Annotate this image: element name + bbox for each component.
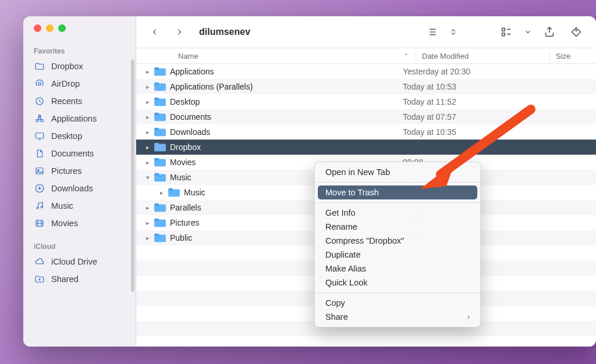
context-menu: Open in New TabMove to TrashGet InfoRena… bbox=[314, 162, 481, 327]
menu-item[interactable]: Quick Look bbox=[315, 276, 480, 290]
sidebar-item-icloud-drive[interactable]: iCloud Drive bbox=[23, 253, 136, 270]
disclosure-triangle[interactable] bbox=[142, 159, 154, 166]
sidebar-item-label: Pictures bbox=[51, 166, 81, 176]
finder-window: Favorites Dropbox AirDrop Recents Applic… bbox=[23, 16, 596, 347]
menu-item[interactable]: Make Alias bbox=[315, 262, 480, 276]
disclosure-triangle[interactable] bbox=[142, 83, 154, 91]
svg-rect-10 bbox=[502, 28, 505, 31]
file-name: Applications (Parallels) bbox=[170, 82, 253, 91]
toolbar: dilumsenev bbox=[136, 16, 596, 48]
document-icon bbox=[34, 148, 45, 159]
group-by-button[interactable] bbox=[497, 24, 516, 40]
desktop-icon bbox=[34, 130, 45, 142]
pictures-icon bbox=[34, 165, 45, 177]
menu-item[interactable]: Get Info bbox=[315, 206, 480, 220]
fullscreen-window-button[interactable] bbox=[58, 24, 66, 32]
disclosure-triangle[interactable] bbox=[142, 219, 154, 227]
close-window-button[interactable] bbox=[34, 24, 41, 32]
sidebar-item-label: Documents bbox=[51, 149, 94, 158]
sidebar-item-downloads[interactable]: Downloads bbox=[23, 180, 136, 197]
menu-item[interactable]: Rename bbox=[315, 220, 480, 234]
sidebar-item-airdrop[interactable]: AirDrop bbox=[23, 75, 136, 92]
svg-point-9 bbox=[39, 279, 40, 280]
file-row[interactable]: DownloadsToday at 10:35 bbox=[136, 124, 596, 140]
menu-item[interactable]: Compress "Dropbox" bbox=[315, 234, 480, 248]
minimize-window-button[interactable] bbox=[46, 24, 54, 32]
disclosure-triangle[interactable] bbox=[142, 113, 154, 121]
disclosure-triangle[interactable] bbox=[142, 204, 154, 212]
sidebar: Favorites Dropbox AirDrop Recents Applic… bbox=[23, 16, 136, 347]
sidebar-section-icloud: iCloud bbox=[23, 239, 136, 253]
file-row[interactable]: Dropbox bbox=[136, 140, 596, 155]
menu-item-label: Duplicate bbox=[325, 250, 360, 259]
menu-item[interactable]: Copy bbox=[315, 296, 480, 310]
svg-rect-14 bbox=[154, 67, 159, 70]
sidebar-item-documents[interactable]: Documents bbox=[23, 145, 136, 162]
music-icon bbox=[34, 200, 45, 212]
file-name: Desktop bbox=[170, 97, 200, 106]
file-name: Pictures bbox=[170, 218, 200, 227]
movies-icon bbox=[34, 217, 45, 229]
airdrop-icon bbox=[34, 78, 45, 90]
menu-item[interactable]: Move to Trash bbox=[318, 185, 477, 199]
svg-rect-24 bbox=[154, 143, 159, 146]
disclosure-triangle[interactable] bbox=[156, 189, 168, 197]
svg-rect-2 bbox=[36, 133, 44, 138]
disclosure-triangle[interactable] bbox=[142, 234, 154, 242]
sidebar-item-applications[interactable]: Applications bbox=[23, 110, 136, 127]
column-header-size[interactable]: Size bbox=[549, 52, 596, 60]
menu-item[interactable]: Share› bbox=[315, 310, 480, 324]
file-row[interactable]: Applications (Parallels)Today at 10:53 bbox=[136, 79, 596, 94]
file-name: Dropbox bbox=[170, 142, 201, 152]
file-row[interactable]: ApplicationsYesterday at 20:30 bbox=[136, 64, 596, 79]
file-row[interactable]: DesktopToday at 11:52 bbox=[136, 94, 596, 109]
menu-item-label: Open in New Tab bbox=[325, 167, 390, 177]
file-name: Music bbox=[170, 173, 191, 182]
sidebar-item-desktop[interactable]: Desktop bbox=[23, 127, 136, 145]
svg-point-0 bbox=[38, 83, 41, 85]
sidebar-item-label: Downloads bbox=[51, 184, 93, 193]
forward-button[interactable] bbox=[171, 24, 187, 40]
file-row[interactable]: DocumentsToday at 07:57 bbox=[136, 109, 596, 124]
sidebar-item-label: Recents bbox=[51, 97, 82, 106]
sidebar-scrollbar[interactable] bbox=[131, 59, 134, 292]
disclosure-triangle[interactable] bbox=[142, 98, 154, 106]
share-button[interactable] bbox=[540, 24, 559, 40]
disclosure-triangle[interactable] bbox=[142, 129, 154, 136]
svg-rect-16 bbox=[154, 83, 159, 85]
sidebar-item-movies[interactable]: Movies bbox=[23, 215, 136, 232]
disclosure-triangle[interactable] bbox=[142, 144, 154, 151]
file-date: Today at 10:53 bbox=[397, 82, 534, 91]
sidebar-item-music[interactable]: Music bbox=[23, 197, 136, 215]
svg-rect-32 bbox=[154, 204, 159, 206]
sidebar-item-label: Shared bbox=[51, 274, 79, 284]
sidebar-item-label: AirDrop bbox=[51, 79, 80, 88]
disclosure-triangle[interactable] bbox=[142, 174, 154, 181]
sidebar-item-dropbox[interactable]: Dropbox bbox=[23, 58, 136, 75]
column-header-name[interactable]: Name ⌃ bbox=[178, 52, 416, 60]
view-list-button[interactable] bbox=[423, 24, 441, 40]
svg-rect-11 bbox=[502, 33, 505, 35]
svg-rect-3 bbox=[36, 168, 43, 174]
back-button[interactable] bbox=[147, 24, 163, 40]
menu-item-label: Move to Trash bbox=[325, 188, 379, 197]
chevron-right-icon: › bbox=[467, 313, 470, 321]
sort-ascending-icon: ⌃ bbox=[403, 52, 409, 60]
chevron-down-icon[interactable] bbox=[524, 24, 532, 40]
file-name: Music bbox=[184, 188, 205, 197]
sidebar-item-recents[interactable]: Recents bbox=[23, 92, 136, 110]
sidebar-item-shared[interactable]: Shared bbox=[23, 270, 136, 288]
menu-item[interactable]: Open in New Tab bbox=[315, 165, 480, 179]
tags-button[interactable] bbox=[567, 24, 586, 40]
menu-item[interactable]: Duplicate bbox=[315, 248, 480, 262]
window-controls bbox=[23, 24, 136, 32]
disclosure-triangle[interactable] bbox=[142, 68, 154, 76]
svg-rect-18 bbox=[154, 98, 159, 101]
file-name: Movies bbox=[170, 158, 196, 167]
file-name: Downloads bbox=[170, 127, 210, 137]
column-header-date[interactable]: Date Modified bbox=[416, 52, 549, 60]
view-toggle-icon[interactable] bbox=[449, 24, 457, 40]
menu-item-label: Share bbox=[325, 312, 348, 322]
sidebar-item-pictures[interactable]: Pictures bbox=[23, 162, 136, 180]
svg-point-6 bbox=[37, 207, 38, 209]
